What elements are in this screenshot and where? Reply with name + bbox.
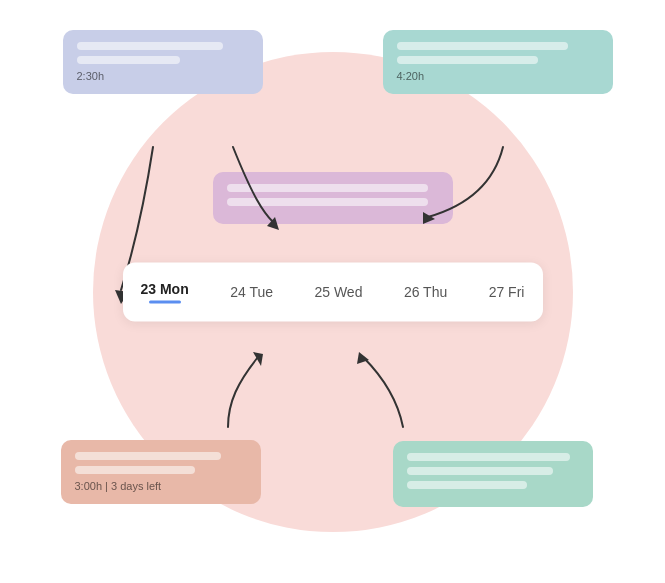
scene: 2:30h 4:20h 23 Mon 24 Tue — [43, 12, 623, 572]
cal-day-thu[interactable]: 26 Thu — [394, 280, 457, 304]
cal-day-fri[interactable]: 27 Fri — [479, 280, 535, 304]
cal-day-wed[interactable]: 25 Wed — [304, 280, 372, 304]
cal-day-label-wed: 25 Wed — [314, 284, 362, 300]
cal-day-label-thu: 26 Thu — [404, 284, 447, 300]
svg-marker-3 — [253, 352, 263, 366]
svg-marker-1 — [267, 217, 279, 230]
cal-day-tue[interactable]: 24 Tue — [220, 280, 283, 304]
svg-marker-2 — [423, 212, 435, 224]
cal-day-label-fri: 27 Fri — [489, 284, 525, 300]
cal-day-label-tue: 24 Tue — [230, 284, 273, 300]
calendar-bar: 23 Mon 24 Tue 25 Wed 26 Thu 27 Fri — [123, 262, 543, 321]
cal-day-mon[interactable]: 23 Mon — [131, 276, 199, 307]
cal-day-label-mon: 23 Mon — [141, 280, 189, 296]
